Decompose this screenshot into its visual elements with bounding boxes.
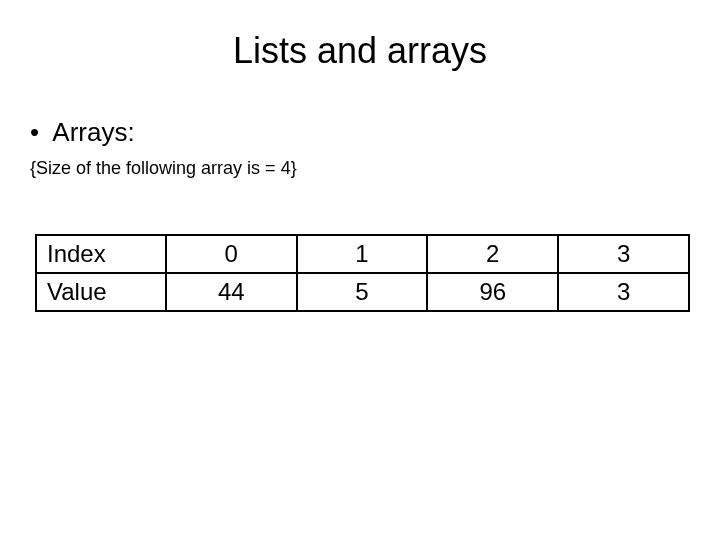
bullet-arrays: Arrays:: [30, 117, 690, 148]
index-cell: 2: [427, 235, 558, 273]
index-cell: 0: [166, 235, 297, 273]
value-cell: 96: [427, 273, 558, 311]
array-table: Index 0 1 2 3 Value 44 5 96 3: [35, 234, 690, 312]
value-cell: 5: [297, 273, 428, 311]
table-row: Index 0 1 2 3: [36, 235, 689, 273]
value-cell: 44: [166, 273, 297, 311]
row-label-index: Index: [36, 235, 166, 273]
index-cell: 3: [558, 235, 689, 273]
slide: Lists and arrays Arrays: {Size of the fo…: [0, 0, 720, 332]
index-cell: 1: [297, 235, 428, 273]
slide-title: Lists and arrays: [30, 30, 690, 72]
size-note: {Size of the following array is = 4}: [30, 158, 690, 179]
row-label-value: Value: [36, 273, 166, 311]
value-cell: 3: [558, 273, 689, 311]
table-row: Value 44 5 96 3: [36, 273, 689, 311]
